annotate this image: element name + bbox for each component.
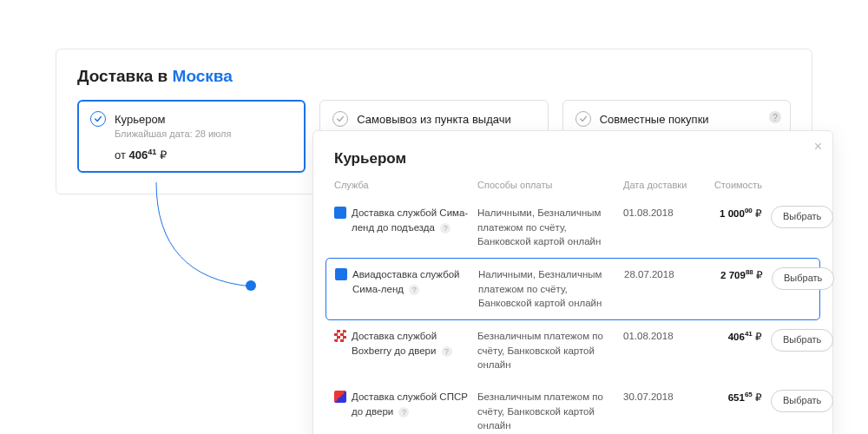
service-name: Доставка службой Boxberry до двери ? — [352, 329, 469, 358]
table-row[interactable]: Доставка службой Boxberry до двери ?Безн… — [334, 320, 812, 381]
payment-methods: Безналичным платежом по счёту, Банковско… — [477, 329, 615, 372]
option-title: Самовывоз из пункта выдачи — [357, 113, 510, 126]
city-link[interactable]: Москва — [173, 67, 233, 85]
help-icon[interactable]: ? — [440, 223, 450, 233]
table-row[interactable]: Доставка службой Сима-ленд до подъезда ?… — [334, 197, 812, 258]
select-button[interactable]: Выбрать — [771, 329, 833, 352]
service-name: Авиадоставка службой Сима-ленд ? — [352, 267, 470, 296]
service-icon — [334, 391, 346, 403]
title-prefix: Доставка в — [77, 67, 173, 85]
courier-modal: × Курьером Служба Способы оплаты Дата до… — [312, 130, 833, 434]
col-cost: Стоимость — [705, 180, 762, 190]
delivery-date: 28.07.2018 — [624, 267, 697, 282]
service-name: Доставка службой СПСР до двери ? — [352, 390, 469, 418]
cost: 1 00000 ₽ — [720, 208, 762, 219]
help-icon[interactable]: ? — [398, 407, 409, 418]
select-button[interactable]: Выбрать — [771, 206, 833, 228]
connector-dot — [246, 280, 256, 291]
help-icon[interactable]: ? — [442, 346, 452, 357]
option-nearest-date: Ближайшая дата: 28 июля — [115, 128, 293, 139]
table-body: Доставка службой Сима-ленд до подъезда ?… — [334, 197, 812, 434]
option-courier[interactable]: Курьером Ближайшая дата: 28 июля от 4064… — [77, 100, 306, 173]
close-icon[interactable]: × — [814, 140, 822, 154]
panel-title: Доставка в Москва — [77, 67, 791, 86]
table-header: Служба Способы оплаты Дата доставки Стои… — [334, 180, 812, 197]
modal-title: Курьером — [334, 150, 812, 168]
connector-curve — [152, 182, 256, 295]
cost: 40641 ₽ — [728, 332, 762, 342]
col-payment: Способы оплаты — [477, 180, 615, 190]
help-icon[interactable]: ? — [769, 111, 781, 123]
option-title: Совместные покупки — [600, 113, 709, 126]
col-date: Дата доставки — [623, 180, 696, 190]
service-icon — [335, 268, 347, 280]
table-row[interactable]: Доставка службой СПСР до двери ?Безналич… — [334, 381, 812, 434]
check-icon — [332, 111, 348, 127]
option-title: Курьером — [115, 113, 166, 126]
delivery-date: 30.07.2018 — [623, 390, 696, 404]
payment-methods: Наличными, Безналичным платежом по счёту… — [478, 267, 615, 311]
table-row[interactable]: Авиадоставка службой Сима-ленд ?Наличным… — [326, 258, 820, 320]
check-icon — [90, 111, 106, 127]
cost: 2 70988 ₽ — [720, 270, 763, 280]
payment-methods: Наличными, Безналичным платежом по счёту… — [477, 206, 615, 249]
cost: 65165 ₽ — [728, 392, 762, 403]
col-service: Служба — [334, 180, 469, 190]
payment-methods: Безналичным платежом по счёту, Банковско… — [477, 390, 615, 433]
select-button[interactable]: Выбрать — [771, 390, 833, 412]
service-icon — [334, 207, 346, 219]
delivery-date: 01.08.2018 — [623, 206, 696, 220]
service-name: Доставка службой Сима-ленд до подъезда ? — [352, 206, 469, 234]
help-icon[interactable]: ? — [409, 285, 419, 295]
select-button[interactable]: Выбрать — [772, 267, 834, 290]
service-icon — [334, 330, 346, 342]
option-price: от 40641 ₽ — [115, 148, 293, 161]
check-icon — [575, 111, 591, 127]
delivery-date: 01.08.2018 — [623, 329, 696, 344]
